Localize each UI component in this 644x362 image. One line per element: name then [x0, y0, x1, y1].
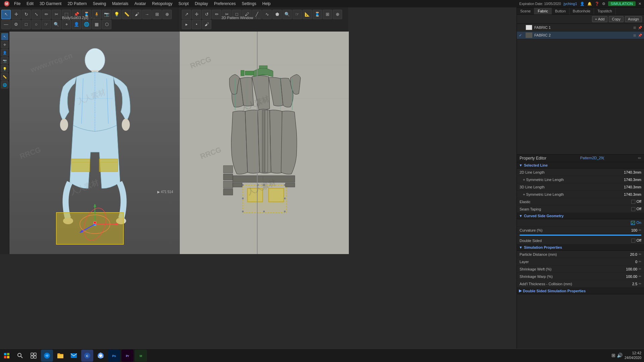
fabric-1-pin[interactable]: 📌	[638, 26, 642, 29]
left-btn-person[interactable]: 👤	[1, 49, 8, 56]
taskbar-edge[interactable]	[41, 350, 53, 362]
scissors-tool[interactable]: ✂	[52, 10, 61, 19]
wire-tool[interactable]: ⬡	[102, 20, 111, 29]
2d-sew[interactable]: 🧵	[313, 10, 322, 19]
notification-icon[interactable]: 🔔	[587, 2, 592, 6]
2d-edit[interactable]: ✏	[212, 10, 221, 19]
shrinkage-warp-edit[interactable]: ✏	[639, 275, 641, 278]
fabric-item-2[interactable]: ✓ FABRIC 2 ⊞ 📌	[517, 32, 644, 39]
box-tool[interactable]: □	[21, 20, 31, 29]
menu-settings[interactable]: Settings	[239, 1, 259, 7]
menu-materials[interactable]: Materials	[109, 1, 131, 7]
taskbar-taskview[interactable]	[28, 350, 40, 362]
left-btn-light[interactable]: 💡	[1, 65, 8, 72]
curved-enable-checkbox[interactable]: ✓	[631, 221, 635, 225]
section-selected-line[interactable]: ▼ Selected Line	[517, 162, 644, 169]
viewport-2d[interactable]: RRCG 人人素材 RRCG 人人素材	[180, 32, 349, 254]
rotate-tool[interactable]: ↻	[21, 10, 31, 19]
seam-taping-checkbox[interactable]	[631, 207, 635, 211]
particle-edit[interactable]: ✏	[639, 252, 641, 256]
menu-sewing[interactable]: Sewing	[90, 1, 109, 7]
start-button[interactable]	[0, 349, 13, 362]
tab-button[interactable]: Button	[552, 8, 570, 14]
minus-tool[interactable]: —	[1, 20, 11, 29]
tab-fabric[interactable]: Fabric	[534, 8, 552, 14]
settings-icon[interactable]: ⚙	[602, 2, 605, 6]
person-tool[interactable]: 👤	[72, 20, 81, 29]
grid-tool[interactable]: ⊞	[152, 10, 162, 19]
menu-help[interactable]: Help	[260, 1, 273, 7]
camera-tool[interactable]: 📷	[102, 10, 111, 19]
menu-file[interactable]: File	[11, 1, 23, 7]
menu-display[interactable]: Display	[192, 1, 211, 7]
layer-edit[interactable]: ✏	[639, 260, 641, 263]
2d-select[interactable]: ↗	[182, 10, 191, 19]
move-tool[interactable]: ✛	[11, 10, 21, 19]
menu-edit[interactable]: Edit	[24, 1, 36, 7]
measure-tool[interactable]: 📏	[122, 10, 131, 19]
2d-zoom[interactable]: 🔍	[282, 10, 292, 19]
2d-snap[interactable]: ⊕	[333, 10, 342, 19]
shrinkage-weft-edit[interactable]: ✏	[639, 267, 641, 271]
left-btn-move[interactable]: ✛	[1, 41, 8, 48]
left-btn-select[interactable]: ↖	[1, 33, 8, 40]
cursor-tool[interactable]: ⌖	[62, 20, 71, 29]
app-logo[interactable]: M	[3, 0, 11, 7]
edit-tool[interactable]: ✏	[42, 10, 51, 19]
section-double-sided-sim[interactable]: ▶ Double Sided Simulation Properties	[517, 288, 644, 294]
simulation-badge[interactable]: SIMULATION	[608, 1, 636, 6]
thickness-edit[interactable]: ✏	[639, 282, 641, 286]
network-icon[interactable]: ⊞	[611, 353, 615, 358]
tab-scene[interactable]: Scene	[517, 8, 534, 14]
menu-3dgarment[interactable]: 3D Garment	[37, 1, 64, 7]
menu-script[interactable]: Script	[176, 1, 192, 7]
2d-marker[interactable]: ▸	[182, 20, 191, 29]
2d-brush[interactable]: 🖌	[202, 20, 211, 29]
taskbar-chrome[interactable]	[95, 350, 107, 362]
2d-rotate[interactable]: ↺	[202, 10, 211, 19]
2d-curve[interactable]: ∿	[262, 10, 272, 19]
left-btn-globe[interactable]: 🌐	[1, 81, 8, 88]
scale-tool[interactable]: ⤡	[32, 10, 41, 19]
2d-pan[interactable]: ☞	[292, 10, 302, 19]
volume-icon[interactable]: 🔊	[617, 353, 623, 358]
taskbar-search[interactable]	[14, 350, 26, 362]
light-tool[interactable]: 💡	[112, 10, 121, 19]
2d-dot[interactable]: •	[192, 20, 201, 29]
taskbar-folder[interactable]	[54, 350, 66, 362]
curvature-edit[interactable]: ✏	[639, 228, 641, 232]
taskbar-maya[interactable]: M	[135, 350, 147, 362]
globe-tool[interactable]: 🌐	[82, 20, 91, 29]
2d-measure[interactable]: 📐	[303, 10, 312, 19]
tab-topstitch[interactable]: Topstitch	[594, 8, 615, 14]
assign-fabric-button[interactable]: Assign	[625, 16, 642, 22]
double-sided-checkbox[interactable]	[631, 239, 635, 243]
menu-retopology[interactable]: Retopology	[149, 1, 175, 7]
menu-preferences[interactable]: Preferences	[211, 1, 238, 7]
ellipse-tool[interactable]: ○	[32, 20, 41, 29]
menu-2dpattern[interactable]: 2D Pattern	[65, 1, 89, 7]
viewport-3d[interactable]: www.rrcg.cn 人人素材 RRCG 人人素材	[9, 32, 180, 254]
2d-poly[interactable]: ⬟	[272, 10, 282, 19]
hand-tool[interactable]: ☞	[42, 20, 51, 29]
fabric-2-pin[interactable]: 📌	[638, 34, 642, 37]
taskbar-photoshop[interactable]: Ps	[108, 350, 120, 362]
arrow-tool[interactable]: →	[142, 10, 152, 19]
help-icon[interactable]: ❓	[595, 2, 599, 6]
curvature-slider[interactable]	[520, 235, 641, 236]
section-sim-properties[interactable]: ▼ Simulation Properties	[517, 244, 644, 251]
magnet-tool[interactable]: ⊕	[162, 10, 172, 19]
left-btn-camera[interactable]: 📷	[1, 57, 8, 64]
user-icon[interactable]: 👤	[580, 2, 585, 6]
elastic-checkbox[interactable]	[631, 200, 635, 204]
taskbar-clo3d[interactable]: C	[81, 350, 93, 362]
2d-move[interactable]: ✛	[192, 10, 201, 19]
search-3d-tool[interactable]: 🔍	[52, 20, 61, 29]
2d-grid[interactable]: ⊞	[323, 10, 332, 19]
edit-icon[interactable]: ✏	[638, 156, 641, 161]
section-curved-geometry[interactable]: ▼ Curved Side Geometry	[517, 213, 644, 219]
taskbar-mail[interactable]	[68, 350, 80, 362]
add-fabric-button[interactable]: + Add	[592, 16, 607, 22]
taskbar-premier[interactable]: Pr	[121, 350, 133, 362]
tab-buttonhole[interactable]: Buttonhole	[570, 8, 594, 14]
